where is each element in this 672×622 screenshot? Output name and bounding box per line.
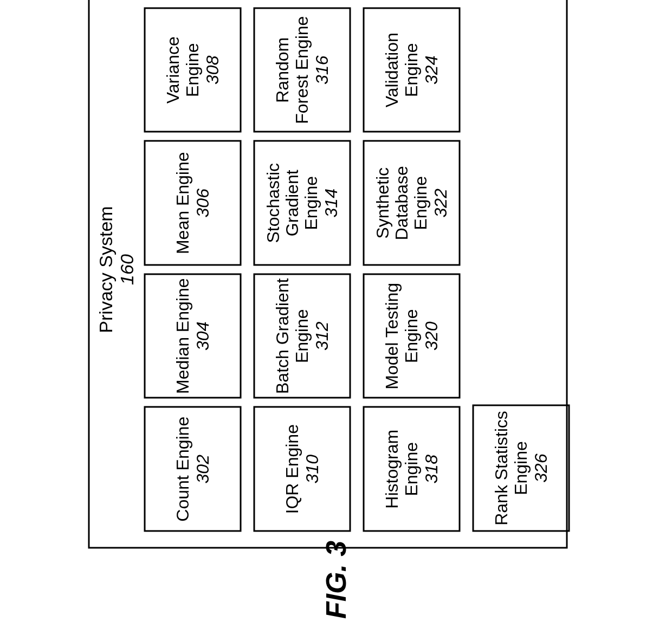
engine-ref: 308 [203, 56, 222, 85]
engine-ref: 302 [193, 455, 212, 483]
engine-label: Synthetic Database Engine [373, 144, 430, 262]
engine-label: Median Engine [173, 278, 192, 394]
random-forest-engine-box: Random Forest Engine 316 [254, 8, 351, 133]
rank-statistics-engine-box: Rank Statistics Engine 326 [473, 405, 570, 532]
engine-ref: 314 [322, 189, 341, 217]
engine-label: Mean Engine [173, 152, 192, 254]
system-title: Privacy System [95, 0, 117, 547]
engine-ref: 322 [431, 189, 450, 217]
engine-ref: 316 [312, 56, 331, 85]
median-engine-box: Median Engine 304 [144, 274, 242, 399]
engine-label: Variance Engine [164, 11, 202, 129]
system-ref: 160 [117, 0, 138, 547]
engine-grid: Count Engine 302 Median Engine 304 Mean … [138, 0, 570, 547]
engine-label: Validation Engine [383, 11, 421, 129]
engine-label: Count Engine [173, 417, 192, 522]
engine-label: Stochastic Gradient Engine [263, 144, 321, 262]
engine-row: Rank Statistics Engine 326 [473, 8, 570, 532]
engine-ref: 324 [422, 56, 441, 85]
engine-label: Random Forest Engine [273, 11, 311, 129]
engine-ref: 320 [422, 322, 441, 351]
engine-ref: 318 [422, 455, 441, 483]
engine-label: Histogram Engine [383, 410, 421, 528]
engine-ref: 304 [193, 322, 212, 351]
variance-engine-box: Variance Engine 308 [144, 8, 242, 133]
synthetic-database-engine-box: Synthetic Database Engine 322 [363, 140, 461, 266]
engine-ref: 306 [193, 189, 212, 217]
figure-label: FIG. 3 [320, 244, 352, 622]
system-header: Privacy System 160 [90, 0, 138, 547]
engine-row: Histogram Engine 318 Model Testing Engin… [363, 8, 461, 532]
model-testing-engine-box: Model Testing Engine 320 [363, 274, 461, 399]
engine-label: Batch Gradient Engine [273, 277, 311, 396]
engine-row: Count Engine 302 Median Engine 304 Mean … [144, 8, 242, 532]
histogram-engine-box: Histogram Engine 318 [363, 406, 461, 532]
count-engine-box: Count Engine 302 [144, 406, 242, 532]
engine-label: Rank Statistics Engine [492, 409, 530, 528]
engine-ref: 310 [303, 455, 322, 483]
engine-label: IQR Engine [283, 424, 302, 514]
validation-engine-box: Validation Engine 324 [363, 8, 461, 133]
engine-label: Model Testing Engine [383, 277, 421, 396]
engine-ref: 326 [531, 453, 550, 482]
mean-engine-box: Mean Engine 306 [144, 140, 242, 266]
